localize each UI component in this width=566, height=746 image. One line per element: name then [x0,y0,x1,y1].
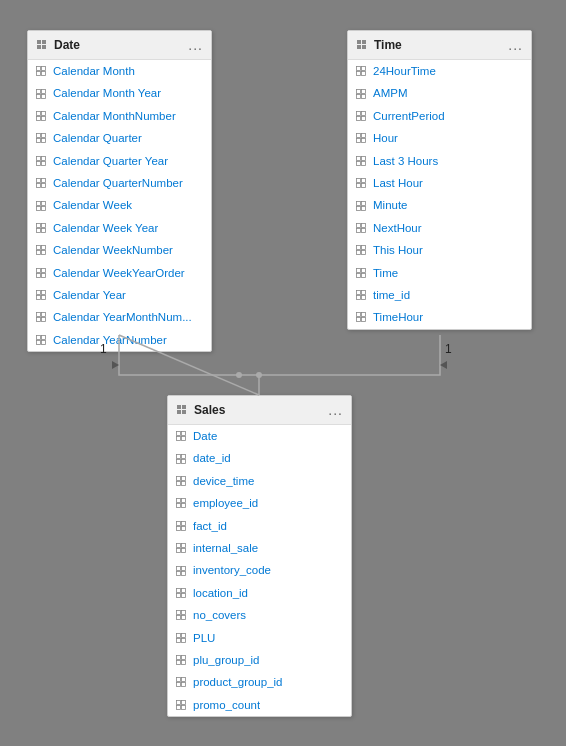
svg-rect-50 [37,318,41,322]
sales-table-title: Sales [194,403,225,417]
field-grid-icon [356,88,368,100]
table-field-row: TimeHour [348,306,531,328]
svg-rect-124 [177,499,181,503]
time-table-menu[interactable]: ... [508,37,523,53]
field-name-label: NextHour [373,219,422,237]
svg-rect-21 [42,156,46,160]
table-field-row: fact_id [168,515,351,537]
svg-rect-12 [37,111,41,115]
svg-rect-34 [37,228,41,232]
svg-rect-123 [182,481,186,485]
svg-rect-66 [357,94,361,98]
field-name-label: Calendar WeekYearOrder [53,264,185,282]
svg-rect-108 [177,405,181,409]
svg-rect-57 [362,40,366,44]
svg-rect-56 [357,40,361,44]
svg-rect-154 [177,661,181,665]
time-table-header[interactable]: Time ... [348,31,531,60]
svg-rect-89 [362,223,366,227]
field-name-label: date_id [193,449,231,467]
svg-rect-111 [182,410,186,414]
field-name-label: CurrentPeriod [373,107,445,125]
svg-rect-7 [42,72,46,76]
table-field-row: location_id [168,582,351,604]
svg-rect-107 [362,318,366,322]
svg-rect-35 [42,228,46,232]
table-field-row: Calendar Quarter [28,127,211,149]
svg-rect-68 [357,111,361,115]
svg-rect-27 [42,184,46,188]
table-field-row: Time [348,262,531,284]
svg-rect-129 [182,521,186,525]
sales-table-body: Date date_id device_time employee_id fac… [168,425,351,716]
sales-table: Sales ... Date date_id device_time emplo… [167,395,352,717]
time-table-title: Time [374,38,402,52]
sales-table-header[interactable]: Sales ... [168,396,351,425]
table-field-row: Calendar QuarterNumber [28,172,211,194]
field-name-label: Minute [373,196,408,214]
field-name-label: employee_id [193,494,258,512]
svg-rect-112 [177,432,181,436]
svg-rect-87 [362,206,366,210]
field-grid-icon [36,110,48,122]
svg-rect-136 [177,566,181,570]
svg-rect-13 [42,111,46,115]
svg-rect-45 [42,291,46,295]
table-field-row: Calendar MonthNumber [28,105,211,127]
svg-rect-132 [177,544,181,548]
date-table-menu[interactable]: ... [188,37,203,53]
field-grid-icon [176,654,188,666]
field-name-label: time_id [373,286,410,304]
svg-rect-146 [177,616,181,620]
svg-rect-113 [182,432,186,436]
table-field-row: Date [168,425,351,447]
field-name-label: This Hour [373,241,423,259]
field-name-label: AMPM [373,84,408,102]
svg-rect-42 [37,273,41,277]
table-field-row: promo_count [168,694,351,716]
table-field-row: Calendar YearMonthNum... [28,306,211,328]
svg-rect-144 [177,611,181,615]
field-grid-icon [356,244,368,256]
field-grid-icon [176,565,188,577]
svg-rect-91 [362,228,366,232]
svg-rect-133 [182,544,186,548]
svg-rect-75 [362,139,366,143]
svg-rect-83 [362,184,366,188]
svg-rect-126 [177,504,181,508]
table-field-row: Minute [348,194,531,216]
svg-rect-20 [37,156,41,160]
field-grid-icon [356,267,368,279]
svg-rect-26 [37,184,41,188]
svg-rect-127 [182,504,186,508]
svg-rect-14 [37,116,41,120]
svg-rect-92 [357,246,361,250]
field-grid-icon [36,267,48,279]
svg-rect-23 [42,161,46,165]
svg-rect-151 [182,638,186,642]
table-field-row: Calendar WeekYearOrder [28,262,211,284]
svg-rect-48 [37,313,41,317]
svg-rect-116 [177,454,181,458]
field-name-label: Calendar Week [53,196,132,214]
date-table-header[interactable]: Date ... [28,31,211,60]
svg-rect-121 [182,476,186,480]
svg-rect-1 [42,40,46,44]
date-table: Date ... Calendar Month Calendar Month Y… [27,30,212,352]
field-grid-icon [356,65,368,77]
table-field-row: 24HourTime [348,60,531,82]
field-name-label: Calendar Month [53,62,135,80]
field-grid-icon [356,222,368,234]
sales-table-menu[interactable]: ... [328,402,343,418]
svg-rect-41 [42,268,46,272]
time-relation-one: 1 [445,342,452,356]
svg-rect-163 [182,705,186,709]
field-name-label: plu_group_id [193,651,260,669]
field-name-label: Calendar Week Year [53,219,158,237]
svg-rect-90 [357,228,361,232]
svg-rect-99 [362,273,366,277]
svg-rect-77 [362,156,366,160]
time-table-body: 24HourTime AMPM CurrentPeriod Hour Last … [348,60,531,329]
svg-rect-80 [357,179,361,183]
field-grid-icon [176,542,188,554]
